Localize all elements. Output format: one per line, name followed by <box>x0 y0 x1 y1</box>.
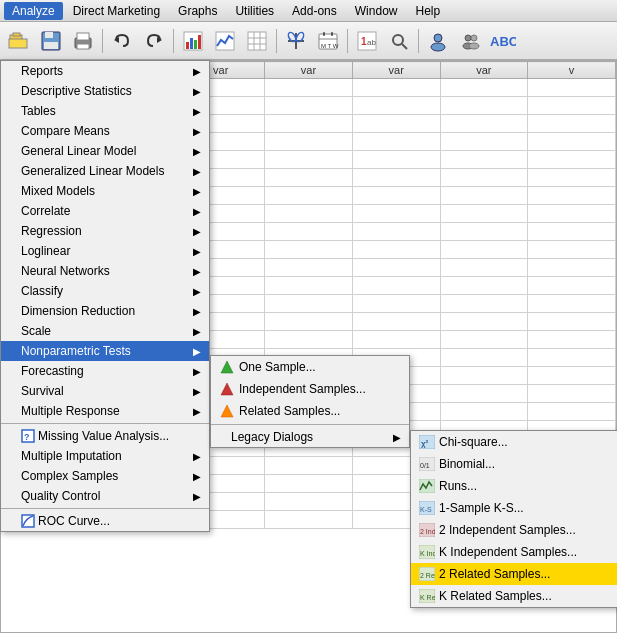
cell-7-2[interactable] <box>265 187 353 205</box>
toolbar-chart1[interactable] <box>178 26 208 56</box>
menu-descriptive-stats[interactable]: Descriptive Statistics ▶ <box>1 81 209 101</box>
cell-8-5[interactable] <box>528 205 616 223</box>
cell-4-2[interactable] <box>265 133 353 151</box>
cell-11-5[interactable] <box>528 259 616 277</box>
cell-8-4[interactable] <box>440 205 528 223</box>
cell-1-4[interactable] <box>440 79 528 97</box>
cell-14-2[interactable] <box>265 313 353 331</box>
cell-15-3[interactable] <box>352 331 440 349</box>
cell-6-4[interactable] <box>440 169 528 187</box>
cell-22-2[interactable] <box>265 457 353 475</box>
menubar-analyze[interactable]: Analyze <box>4 2 63 20</box>
menu-1sample-ks[interactable]: K-S 1-Sample K-S... <box>411 497 617 519</box>
menu-classify[interactable]: Classify ▶ <box>1 281 209 301</box>
cell-3-2[interactable] <box>265 115 353 133</box>
menu-loglinear[interactable]: Loglinear ▶ <box>1 241 209 261</box>
toolbar-save[interactable] <box>36 26 66 56</box>
cell-5-2[interactable] <box>265 151 353 169</box>
cell-5-5[interactable] <box>528 151 616 169</box>
cell-9-3[interactable] <box>352 223 440 241</box>
menu-chi-square[interactable]: χ² Chi-square... <box>411 431 617 453</box>
menubar-utilities[interactable]: Utilities <box>227 2 282 20</box>
toolbar-redo[interactable] <box>139 26 169 56</box>
cell-12-3[interactable] <box>352 277 440 295</box>
menu-binomial[interactable]: 0/1 Binomial... <box>411 453 617 475</box>
menu-2-related[interactable]: 2 Rel 2 Related Samples... <box>411 563 617 585</box>
menu-2-independent[interactable]: 2 Ind 2 Independent Samples... <box>411 519 617 541</box>
menu-generalized-linear[interactable]: Generalized Linear Models ▶ <box>1 161 209 181</box>
col-header-3[interactable]: var <box>265 62 353 79</box>
menu-scale[interactable]: Scale ▶ <box>1 321 209 341</box>
menu-survival[interactable]: Survival ▶ <box>1 381 209 401</box>
cell-19-5[interactable] <box>528 403 616 421</box>
cell-15-2[interactable] <box>265 331 353 349</box>
menu-quality-control[interactable]: Quality Control ▶ <box>1 486 209 506</box>
col-header-5[interactable]: var <box>440 62 528 79</box>
menu-runs[interactable]: Runs... <box>411 475 617 497</box>
toolbar-open[interactable] <box>4 26 34 56</box>
menu-multiple-imputation[interactable]: Multiple Imputation ▶ <box>1 446 209 466</box>
col-header-4[interactable]: var <box>352 62 440 79</box>
cell-1-2[interactable] <box>265 79 353 97</box>
cell-12-4[interactable] <box>440 277 528 295</box>
cell-10-4[interactable] <box>440 241 528 259</box>
cell-11-4[interactable] <box>440 259 528 277</box>
cell-1-5[interactable] <box>528 79 616 97</box>
menubar-addons[interactable]: Add-ons <box>284 2 345 20</box>
cell-17-5[interactable] <box>528 367 616 385</box>
menu-compare-means[interactable]: Compare Means ▶ <box>1 121 209 141</box>
cell-16-5[interactable] <box>528 349 616 367</box>
cell-5-3[interactable] <box>352 151 440 169</box>
menubar-graphs[interactable]: Graphs <box>170 2 225 20</box>
cell-3-3[interactable] <box>352 115 440 133</box>
cell-2-2[interactable] <box>265 97 353 115</box>
cell-15-5[interactable] <box>528 331 616 349</box>
menubar-help[interactable]: Help <box>407 2 448 20</box>
menu-one-sample[interactable]: One Sample... <box>211 356 409 378</box>
cell-9-4[interactable] <box>440 223 528 241</box>
cell-13-3[interactable] <box>352 295 440 313</box>
menu-reports[interactable]: Reports ▶ <box>1 61 209 81</box>
menu-neural-networks[interactable]: Neural Networks ▶ <box>1 261 209 281</box>
cell-11-2[interactable] <box>265 259 353 277</box>
menu-related-samples[interactable]: Related Samples... <box>211 400 409 422</box>
cell-12-5[interactable] <box>528 277 616 295</box>
cell-13-4[interactable] <box>440 295 528 313</box>
menu-correlate[interactable]: Correlate ▶ <box>1 201 209 221</box>
menu-dimension-reduction[interactable]: Dimension Reduction ▶ <box>1 301 209 321</box>
menu-regression[interactable]: Regression ▶ <box>1 221 209 241</box>
cell-14-5[interactable] <box>528 313 616 331</box>
menu-k-related[interactable]: K Rel K Related Samples... <box>411 585 617 607</box>
toolbar-undo[interactable] <box>107 26 137 56</box>
cell-17-4[interactable] <box>440 367 528 385</box>
cell-2-3[interactable] <box>352 97 440 115</box>
cell-19-4[interactable] <box>440 403 528 421</box>
menu-complex-samples[interactable]: Complex Samples ▶ <box>1 466 209 486</box>
cell-3-5[interactable] <box>528 115 616 133</box>
cell-3-4[interactable] <box>440 115 528 133</box>
cell-6-5[interactable] <box>528 169 616 187</box>
cell-25-2[interactable] <box>265 511 353 529</box>
cell-16-4[interactable] <box>440 349 528 367</box>
cell-8-2[interactable] <box>265 205 353 223</box>
menu-roc-curve[interactable]: ROC Curve... <box>1 511 209 531</box>
menubar-window[interactable]: Window <box>347 2 406 20</box>
toolbar-user2[interactable] <box>455 26 485 56</box>
cell-8-3[interactable] <box>352 205 440 223</box>
cell-4-3[interactable] <box>352 133 440 151</box>
cell-24-2[interactable] <box>265 493 353 511</box>
col-header-6[interactable]: v <box>528 62 616 79</box>
cell-4-5[interactable] <box>528 133 616 151</box>
menu-independent-samples[interactable]: Independent Samples... <box>211 378 409 400</box>
toolbar-grid[interactable] <box>242 26 272 56</box>
cell-9-2[interactable] <box>265 223 353 241</box>
cell-10-3[interactable] <box>352 241 440 259</box>
menu-k-independent[interactable]: K Ind K Independent Samples... <box>411 541 617 563</box>
menu-mixed-models[interactable]: Mixed Models ▶ <box>1 181 209 201</box>
cell-7-4[interactable] <box>440 187 528 205</box>
cell-2-4[interactable] <box>440 97 528 115</box>
toolbar-scale[interactable] <box>281 26 311 56</box>
cell-13-5[interactable] <box>528 295 616 313</box>
cell-15-4[interactable] <box>440 331 528 349</box>
toolbar-chart2[interactable] <box>210 26 240 56</box>
